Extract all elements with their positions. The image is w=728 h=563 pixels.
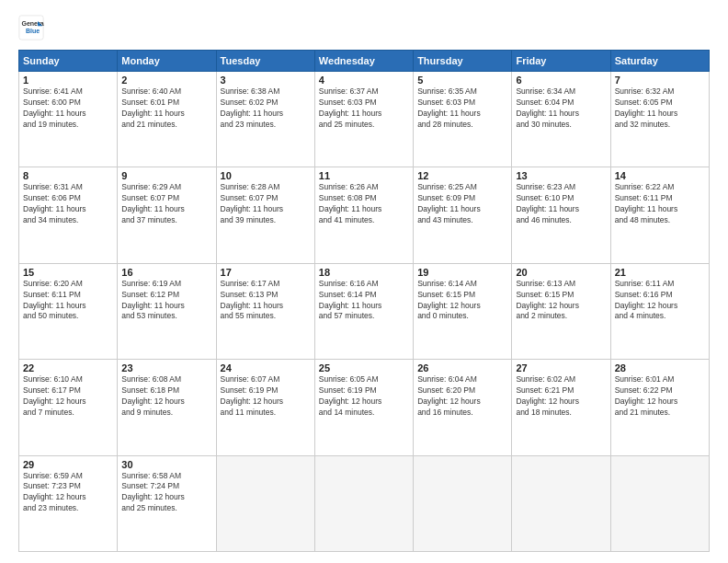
day-info: Sunrise: 6:08 AM Sunset: 6:18 PM Dayligh… bbox=[121, 374, 211, 419]
day-number: 24 bbox=[221, 362, 311, 373]
day-info: Sunrise: 6:10 AM Sunset: 6:17 PM Dayligh… bbox=[23, 374, 113, 419]
day-info: Sunrise: 6:19 AM Sunset: 6:12 PM Dayligh… bbox=[121, 279, 211, 323]
day-info: Sunrise: 6:59 AM Sunset: 7:23 PM Dayligh… bbox=[23, 471, 113, 515]
calendar-day-cell: 30Sunrise: 6:58 AM Sunset: 7:24 PM Dayli… bbox=[118, 455, 216, 551]
day-info: Sunrise: 6:29 AM Sunset: 6:07 PM Dayligh… bbox=[121, 182, 211, 226]
calendar-day-cell: 1Sunrise: 6:41 AM Sunset: 6:00 PM Daylig… bbox=[19, 72, 118, 167]
day-info: Sunrise: 6:26 AM Sunset: 6:08 PM Dayligh… bbox=[319, 182, 409, 226]
day-info: Sunrise: 6:05 AM Sunset: 6:19 PM Dayligh… bbox=[319, 374, 409, 419]
calendar-day-cell bbox=[414, 455, 512, 551]
calendar-day-cell: 25Sunrise: 6:05 AM Sunset: 6:19 PM Dayli… bbox=[314, 360, 413, 455]
day-info: Sunrise: 6:02 AM Sunset: 6:21 PM Dayligh… bbox=[516, 374, 606, 419]
day-info: Sunrise: 6:16 AM Sunset: 6:14 PM Dayligh… bbox=[319, 279, 409, 323]
calendar-day-cell: 7Sunrise: 6:32 AM Sunset: 6:05 PM Daylig… bbox=[610, 72, 709, 167]
calendar-day-cell: 9Sunrise: 6:29 AM Sunset: 6:07 PM Daylig… bbox=[118, 167, 216, 263]
svg-text:Blue: Blue bbox=[26, 28, 40, 34]
calendar-day-cell bbox=[512, 455, 610, 551]
day-number: 26 bbox=[417, 362, 507, 373]
day-info: Sunrise: 6:20 AM Sunset: 6:11 PM Dayligh… bbox=[23, 279, 113, 323]
day-number: 21 bbox=[615, 267, 705, 278]
day-info: Sunrise: 6:31 AM Sunset: 6:06 PM Dayligh… bbox=[23, 182, 113, 226]
calendar-day-cell: 27Sunrise: 6:02 AM Sunset: 6:21 PM Dayli… bbox=[512, 360, 610, 455]
calendar-week-row: 8Sunrise: 6:31 AM Sunset: 6:06 PM Daylig… bbox=[19, 167, 710, 263]
calendar-day-cell: 19Sunrise: 6:14 AM Sunset: 6:15 PM Dayli… bbox=[414, 263, 512, 359]
page: General Blue SundayMondayTuesdayWednesda… bbox=[0, 0, 728, 563]
calendar-week-row: 1Sunrise: 6:41 AM Sunset: 6:00 PM Daylig… bbox=[19, 72, 710, 167]
calendar-day-cell: 10Sunrise: 6:28 AM Sunset: 6:07 PM Dayli… bbox=[216, 167, 314, 263]
day-info: Sunrise: 6:35 AM Sunset: 6:03 PM Dayligh… bbox=[417, 86, 507, 131]
day-number: 18 bbox=[319, 267, 409, 278]
day-info: Sunrise: 6:23 AM Sunset: 6:10 PM Dayligh… bbox=[516, 182, 606, 226]
calendar-day-cell: 23Sunrise: 6:08 AM Sunset: 6:18 PM Dayli… bbox=[118, 360, 216, 455]
day-info: Sunrise: 6:13 AM Sunset: 6:15 PM Dayligh… bbox=[516, 279, 606, 323]
calendar-header-tuesday: Tuesday bbox=[216, 51, 314, 72]
calendar-week-row: 15Sunrise: 6:20 AM Sunset: 6:11 PM Dayli… bbox=[19, 263, 710, 359]
calendar-header-row: SundayMondayTuesdayWednesdayThursdayFrid… bbox=[19, 51, 710, 72]
day-info: Sunrise: 6:14 AM Sunset: 6:15 PM Dayligh… bbox=[417, 279, 507, 323]
calendar-day-cell: 24Sunrise: 6:07 AM Sunset: 6:19 PM Dayli… bbox=[216, 360, 314, 455]
day-info: Sunrise: 6:37 AM Sunset: 6:03 PM Dayligh… bbox=[319, 86, 409, 131]
day-info: Sunrise: 6:01 AM Sunset: 6:22 PM Dayligh… bbox=[615, 374, 705, 419]
day-number: 13 bbox=[516, 170, 606, 181]
day-info: Sunrise: 6:25 AM Sunset: 6:09 PM Dayligh… bbox=[417, 182, 507, 226]
day-number: 23 bbox=[121, 362, 211, 373]
calendar-day-cell: 21Sunrise: 6:11 AM Sunset: 6:16 PM Dayli… bbox=[610, 263, 709, 359]
header: General Blue bbox=[18, 15, 710, 40]
day-number: 3 bbox=[221, 75, 311, 86]
day-number: 29 bbox=[23, 459, 113, 470]
calendar-week-row: 22Sunrise: 6:10 AM Sunset: 6:17 PM Dayli… bbox=[19, 360, 710, 455]
day-info: Sunrise: 6:17 AM Sunset: 6:13 PM Dayligh… bbox=[221, 279, 311, 323]
day-number: 19 bbox=[417, 267, 507, 278]
day-number: 27 bbox=[516, 362, 606, 373]
calendar-day-cell: 16Sunrise: 6:19 AM Sunset: 6:12 PM Dayli… bbox=[118, 263, 216, 359]
day-number: 6 bbox=[516, 75, 606, 86]
calendar-week-row: 29Sunrise: 6:59 AM Sunset: 7:23 PM Dayli… bbox=[19, 455, 710, 551]
day-number: 20 bbox=[516, 267, 606, 278]
day-info: Sunrise: 6:11 AM Sunset: 6:16 PM Dayligh… bbox=[615, 279, 705, 323]
day-info: Sunrise: 6:40 AM Sunset: 6:01 PM Dayligh… bbox=[121, 86, 211, 131]
calendar-day-cell: 28Sunrise: 6:01 AM Sunset: 6:22 PM Dayli… bbox=[610, 360, 709, 455]
day-number: 14 bbox=[615, 170, 705, 181]
calendar-day-cell bbox=[610, 455, 709, 551]
day-number: 5 bbox=[417, 75, 507, 86]
calendar-day-cell bbox=[314, 455, 413, 551]
day-number: 22 bbox=[23, 362, 113, 373]
day-number: 16 bbox=[121, 267, 211, 278]
calendar-header-monday: Monday bbox=[118, 51, 216, 72]
calendar-day-cell: 13Sunrise: 6:23 AM Sunset: 6:10 PM Dayli… bbox=[512, 167, 610, 263]
day-number: 7 bbox=[615, 75, 705, 86]
day-number: 8 bbox=[23, 170, 113, 181]
calendar-day-cell: 11Sunrise: 6:26 AM Sunset: 6:08 PM Dayli… bbox=[314, 167, 413, 263]
calendar-header-wednesday: Wednesday bbox=[314, 51, 413, 72]
day-number: 10 bbox=[221, 170, 311, 181]
calendar-day-cell: 3Sunrise: 6:38 AM Sunset: 6:02 PM Daylig… bbox=[216, 72, 314, 167]
day-info: Sunrise: 6:07 AM Sunset: 6:19 PM Dayligh… bbox=[221, 374, 311, 419]
calendar-day-cell: 15Sunrise: 6:20 AM Sunset: 6:11 PM Dayli… bbox=[19, 263, 118, 359]
calendar-day-cell: 17Sunrise: 6:17 AM Sunset: 6:13 PM Dayli… bbox=[216, 263, 314, 359]
calendar-day-cell: 6Sunrise: 6:34 AM Sunset: 6:04 PM Daylig… bbox=[512, 72, 610, 167]
calendar-day-cell: 18Sunrise: 6:16 AM Sunset: 6:14 PM Dayli… bbox=[314, 263, 413, 359]
calendar-day-cell: 2Sunrise: 6:40 AM Sunset: 6:01 PM Daylig… bbox=[118, 72, 216, 167]
calendar-header-sunday: Sunday bbox=[19, 51, 118, 72]
day-info: Sunrise: 6:22 AM Sunset: 6:11 PM Dayligh… bbox=[615, 182, 705, 226]
calendar-header-friday: Friday bbox=[512, 51, 610, 72]
calendar-day-cell: 4Sunrise: 6:37 AM Sunset: 6:03 PM Daylig… bbox=[314, 72, 413, 167]
calendar-day-cell: 29Sunrise: 6:59 AM Sunset: 7:23 PM Dayli… bbox=[19, 455, 118, 551]
day-number: 2 bbox=[121, 75, 211, 86]
logo: General Blue bbox=[18, 15, 48, 40]
day-number: 15 bbox=[23, 267, 113, 278]
calendar-header-thursday: Thursday bbox=[414, 51, 512, 72]
calendar-header-saturday: Saturday bbox=[610, 51, 709, 72]
day-number: 4 bbox=[319, 75, 409, 86]
day-info: Sunrise: 6:58 AM Sunset: 7:24 PM Dayligh… bbox=[121, 471, 211, 515]
day-number: 30 bbox=[121, 459, 211, 470]
day-info: Sunrise: 6:32 AM Sunset: 6:05 PM Dayligh… bbox=[615, 86, 705, 131]
day-number: 12 bbox=[417, 170, 507, 181]
day-number: 1 bbox=[23, 75, 113, 86]
calendar-day-cell: 8Sunrise: 6:31 AM Sunset: 6:06 PM Daylig… bbox=[19, 167, 118, 263]
day-number: 11 bbox=[319, 170, 409, 181]
calendar-day-cell: 22Sunrise: 6:10 AM Sunset: 6:17 PM Dayli… bbox=[19, 360, 118, 455]
calendar-day-cell: 20Sunrise: 6:13 AM Sunset: 6:15 PM Dayli… bbox=[512, 263, 610, 359]
calendar-day-cell: 12Sunrise: 6:25 AM Sunset: 6:09 PM Dayli… bbox=[414, 167, 512, 263]
logo-icon: General Blue bbox=[18, 15, 44, 40]
